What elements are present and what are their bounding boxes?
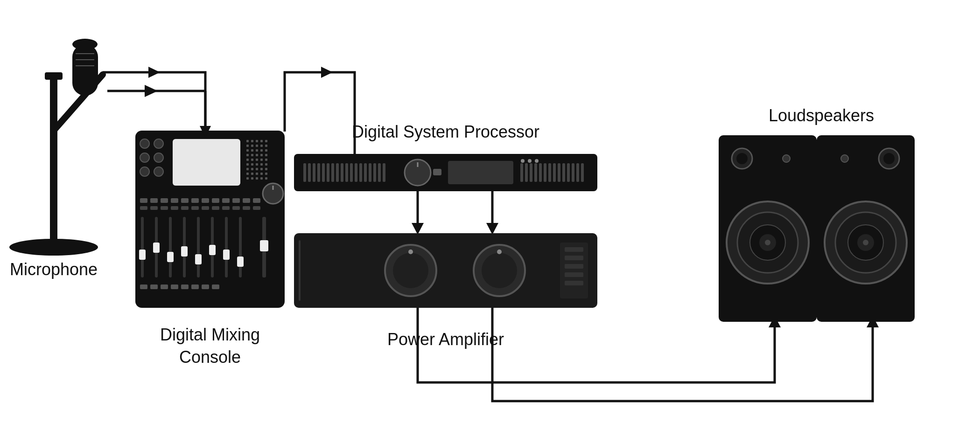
svg-rect-55 xyxy=(251,177,253,180)
svg-rect-90 xyxy=(253,206,260,210)
microphone-icon xyxy=(9,39,103,256)
svg-rect-46 xyxy=(256,168,258,170)
svg-rect-71 xyxy=(181,198,189,203)
svg-rect-131 xyxy=(350,163,353,182)
svg-rect-51 xyxy=(256,173,258,175)
svg-rect-145 xyxy=(530,163,532,182)
svg-rect-111 xyxy=(161,284,168,289)
svg-rect-100 xyxy=(195,254,202,264)
loudspeakers-label: Loudspeakers xyxy=(769,106,874,125)
svg-rect-79 xyxy=(140,206,147,210)
svg-rect-48 xyxy=(265,168,267,170)
svg-rect-147 xyxy=(539,163,542,182)
svg-rect-42 xyxy=(260,163,263,166)
svg-rect-113 xyxy=(181,284,189,289)
svg-rect-112 xyxy=(171,284,178,289)
svg-point-64 xyxy=(154,153,163,162)
svg-point-158 xyxy=(528,159,532,163)
svg-rect-52 xyxy=(260,173,263,175)
svg-rect-178 xyxy=(565,272,583,277)
svg-rect-127 xyxy=(331,163,334,182)
diagram-container: Microphone xyxy=(0,0,980,437)
svg-rect-8 xyxy=(45,72,63,80)
svg-point-193 xyxy=(883,153,895,164)
svg-rect-83 xyxy=(181,206,189,210)
svg-rect-15 xyxy=(251,140,253,142)
svg-rect-26 xyxy=(256,149,258,152)
svg-rect-29 xyxy=(246,154,249,156)
svg-point-65 xyxy=(140,167,149,176)
svg-rect-43 xyxy=(265,163,267,166)
svg-rect-77 xyxy=(243,198,250,203)
svg-rect-75 xyxy=(222,198,230,203)
svg-rect-17 xyxy=(260,140,263,142)
svg-rect-47 xyxy=(260,168,263,170)
svg-rect-124 xyxy=(317,163,320,182)
left-speaker-icon xyxy=(719,135,817,322)
mixing-console-icon xyxy=(135,131,285,308)
svg-rect-89 xyxy=(243,206,250,210)
svg-rect-30 xyxy=(251,154,253,156)
svg-rect-153 xyxy=(567,163,570,182)
svg-point-61 xyxy=(140,139,149,148)
svg-rect-13 xyxy=(173,139,240,186)
svg-rect-132 xyxy=(355,163,357,182)
svg-rect-129 xyxy=(341,163,343,182)
svg-rect-96 xyxy=(167,252,174,262)
mixing-console-label-1: Digital Mixing xyxy=(160,325,260,344)
svg-point-185 xyxy=(783,155,790,162)
svg-rect-28 xyxy=(265,149,267,152)
svg-rect-138 xyxy=(383,163,385,182)
svg-rect-85 xyxy=(202,206,209,210)
svg-rect-14 xyxy=(246,140,249,142)
svg-rect-74 xyxy=(212,198,219,203)
svg-rect-16 xyxy=(256,140,258,142)
svg-point-194 xyxy=(841,155,848,162)
svg-rect-155 xyxy=(576,163,579,182)
svg-rect-120 xyxy=(294,154,597,191)
svg-rect-128 xyxy=(336,163,339,182)
svg-rect-54 xyxy=(246,177,249,180)
svg-rect-78 xyxy=(253,198,260,203)
svg-rect-94 xyxy=(153,243,160,253)
svg-rect-31 xyxy=(256,154,258,156)
svg-rect-106 xyxy=(237,257,244,267)
svg-rect-151 xyxy=(558,163,560,182)
dsp-icon xyxy=(294,154,597,191)
svg-rect-38 xyxy=(265,159,267,161)
svg-rect-35 xyxy=(251,159,253,161)
svg-rect-123 xyxy=(313,163,315,182)
svg-rect-99 xyxy=(197,217,200,277)
svg-rect-149 xyxy=(548,163,551,182)
svg-rect-40 xyxy=(251,163,253,166)
power-amplifier-icon xyxy=(294,233,597,308)
svg-rect-18 xyxy=(265,140,267,142)
microphone-label: Microphone xyxy=(10,260,98,279)
svg-rect-3 xyxy=(72,44,98,96)
dsp-label: Digital System Processor xyxy=(352,122,539,141)
svg-rect-146 xyxy=(534,163,537,182)
svg-rect-82 xyxy=(171,206,178,210)
svg-rect-95 xyxy=(169,217,172,277)
svg-rect-67 xyxy=(140,198,147,203)
svg-rect-76 xyxy=(232,198,240,203)
svg-rect-69 xyxy=(161,198,168,203)
svg-rect-144 xyxy=(525,163,528,182)
svg-rect-34 xyxy=(246,159,249,161)
svg-rect-105 xyxy=(239,217,242,277)
svg-rect-33 xyxy=(265,154,267,156)
svg-rect-175 xyxy=(565,247,583,252)
svg-rect-56 xyxy=(256,177,258,180)
svg-rect-1 xyxy=(50,75,57,248)
svg-rect-92 xyxy=(139,250,146,260)
right-speaker-icon xyxy=(817,135,915,322)
svg-rect-39 xyxy=(246,163,249,166)
svg-rect-20 xyxy=(251,145,253,147)
svg-point-184 xyxy=(736,153,748,164)
svg-rect-109 xyxy=(140,284,147,289)
svg-rect-84 xyxy=(191,206,199,210)
svg-rect-50 xyxy=(251,173,253,175)
svg-marker-161 xyxy=(412,223,424,235)
svg-rect-27 xyxy=(260,149,263,152)
svg-rect-103 xyxy=(225,217,228,277)
